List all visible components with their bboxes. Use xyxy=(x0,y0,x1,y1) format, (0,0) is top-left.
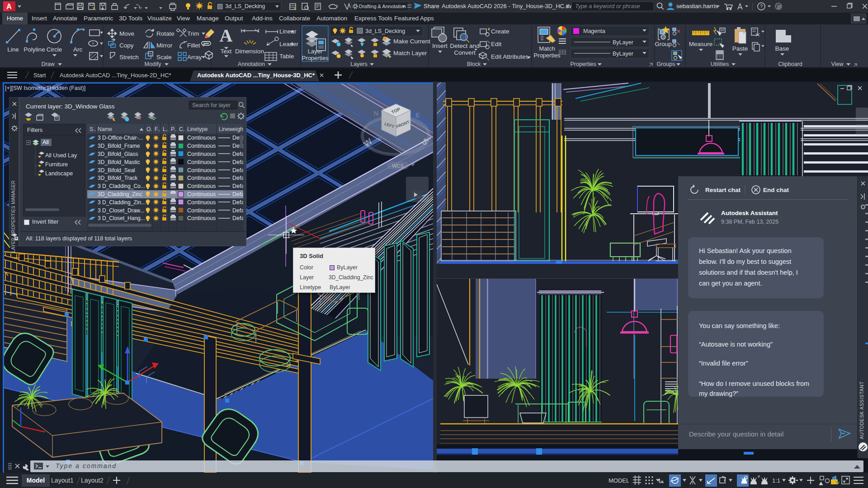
svg-text:1:1: 1:1 xyxy=(772,477,780,484)
svg-text:Table: Table xyxy=(279,53,294,60)
svg-text:Layer: Layer xyxy=(308,48,323,55)
svg-text:3 D_Closet_Draw...: 3 D_Closet_Draw... xyxy=(98,207,144,214)
svg-text:ByLayer: ByLayer xyxy=(613,51,633,57)
svg-text:Share: Share xyxy=(424,3,439,9)
svg-text:Continuous: Continuous xyxy=(187,215,216,221)
svg-text:3D_Bifold_Mastic: 3D_Bifold_Mastic xyxy=(98,159,140,165)
svg-text:Move: Move xyxy=(119,30,134,37)
svg-text:Match: Match xyxy=(539,45,555,52)
svg-text:Layout1: Layout1 xyxy=(51,477,74,484)
svg-text:Mirror: Mirror xyxy=(156,42,173,49)
svg-text:Modify: Modify xyxy=(145,61,162,67)
svg-text:P..: P.. xyxy=(171,126,177,132)
svg-text:Scale: Scale xyxy=(156,54,172,61)
svg-text:Clipboard: Clipboard xyxy=(778,61,802,67)
svg-text:Fillet: Fillet xyxy=(187,42,200,49)
svg-text:Autodesk AutoCAD ...Tiny_House: Autodesk AutoCAD ...Tiny_House-2D_HC* xyxy=(60,72,171,79)
svg-text:N: N xyxy=(374,109,379,117)
svg-text:3D_Bifold_Seal: 3D_Bifold_Seal xyxy=(98,167,135,174)
svg-text:Rotate: Rotate xyxy=(156,30,175,37)
svg-text:L..: L.. xyxy=(163,126,169,132)
svg-text:Make Current: Make Current xyxy=(393,38,430,45)
svg-text:Paste: Paste xyxy=(732,45,748,52)
svg-text:Dimension: Dimension xyxy=(235,48,264,55)
svg-text:Annotation: Annotation xyxy=(238,61,265,67)
svg-text:Defa.: Defa. xyxy=(232,191,243,197)
svg-text:Group: Group xyxy=(655,41,672,47)
svg-text:3D_Bifold_Track: 3D_Bifold_Track xyxy=(98,175,138,181)
svg-text:Convert: Convert xyxy=(454,49,476,56)
svg-text:Circle: Circle xyxy=(47,46,62,53)
svg-text:3 D_Closet_Hang...: 3 D_Closet_Hang... xyxy=(98,215,145,221)
svg-text:Properties: Properties xyxy=(533,52,561,59)
svg-text:Text: Text xyxy=(221,48,232,55)
svg-text:Leader: Leader xyxy=(279,41,299,47)
svg-text:Layers: Layers xyxy=(350,61,368,67)
svg-text:ByLayer: ByLayer xyxy=(613,39,633,46)
svg-text:3 D-Office-Chair-...: 3 D-Office-Chair-... xyxy=(98,135,143,141)
svg-text:Magenta: Magenta xyxy=(583,28,605,34)
svg-text:Layout2: Layout2 xyxy=(81,477,104,484)
svg-text:Continuous: Continuous xyxy=(187,207,216,214)
svg-text:3D_Bifold_Glass: 3D_Bifold_Glass xyxy=(98,151,138,157)
svg-text:Defa.: Defa. xyxy=(232,215,243,221)
svg-text:Arc: Arc xyxy=(73,46,83,53)
svg-text:Block: Block xyxy=(467,61,481,67)
svg-text:Defa.: Defa. xyxy=(232,151,243,157)
svg-text:Continuous: Continuous xyxy=(187,191,216,197)
svg-text:Insert: Insert xyxy=(432,42,448,49)
svg-text:Draw: Draw xyxy=(41,61,55,67)
svg-text:Trim: Trim xyxy=(187,30,199,37)
svg-text:A: A xyxy=(6,3,12,10)
svg-text:Restart chat: Restart chat xyxy=(705,187,741,193)
svg-text:Continuous: Continuous xyxy=(187,135,216,141)
svg-text:3d_LS_Decking: 3d_LS_Decking xyxy=(225,3,265,9)
svg-text:Continuous: Continuous xyxy=(187,183,216,189)
svg-text:Match Layer: Match Layer xyxy=(393,50,427,56)
svg-text:Continuous: Continuous xyxy=(187,143,216,149)
svg-text:Defa.: Defa. xyxy=(232,199,243,206)
svg-text:Linetype: Linetype xyxy=(187,126,208,132)
svg-text:Measure: Measure xyxy=(689,41,713,47)
svg-text:All: All xyxy=(42,139,49,145)
svg-text:sebastian.harris: sebastian.harris xyxy=(676,3,718,9)
svg-text:Detect and: Detect and xyxy=(450,42,479,49)
svg-text:Properties: Properties xyxy=(302,55,329,61)
svg-text:3D_Bifold_Frame: 3D_Bifold_Frame xyxy=(98,143,140,149)
svg-text:A: A xyxy=(220,25,233,46)
svg-text:Stretch: Stretch xyxy=(119,54,139,61)
svg-text:Autodesk AutoCAD ...Tiny_House: Autodesk AutoCAD ...Tiny_House-3D_HC* xyxy=(197,72,315,79)
svg-text:View: View xyxy=(831,61,844,67)
svg-text:Base: Base xyxy=(775,45,789,52)
svg-text:Model: Model xyxy=(27,477,45,484)
svg-text:3 D_Cladding_Zin...: 3 D_Cladding_Zin... xyxy=(98,199,146,206)
svg-text:Lineweigh: Lineweigh xyxy=(219,126,243,132)
svg-text:MODEL: MODEL xyxy=(609,477,629,484)
svg-text:WCS: WCS xyxy=(392,163,404,169)
svg-text:3D_Cladding_Zinc: 3D_Cladding_Zinc xyxy=(98,191,142,197)
svg-text:Continuous: Continuous xyxy=(187,151,216,157)
svg-text:Array: Array xyxy=(187,54,202,61)
svg-text:All Used Lay: All Used Lay xyxy=(45,152,77,159)
svg-text:E: E xyxy=(415,111,420,119)
svg-text:Name: Name xyxy=(98,126,112,132)
svg-text:Polyline: Polyline xyxy=(24,46,45,53)
svg-text:Groups: Groups xyxy=(657,61,675,67)
svg-text:Autodesk AutoCAD 2026 - Tiny_H: Autodesk AutoCAD 2026 - Tiny_House-3D_HC… xyxy=(442,3,576,9)
svg-text:?: ? xyxy=(760,4,763,9)
svg-text:Defa.: Defa. xyxy=(232,167,243,174)
svg-text:Linear: Linear xyxy=(279,28,297,35)
svg-text:Continuous: Continuous xyxy=(187,199,216,206)
svg-text:End chat: End chat xyxy=(763,187,789,193)
svg-text:Defa.: Defa. xyxy=(232,207,243,214)
svg-text:3 D_Cladding_Co...: 3 D_Cladding_Co... xyxy=(98,183,145,189)
svg-text:Continuous: Continuous xyxy=(187,167,216,174)
svg-text:Defa.: Defa. xyxy=(232,183,243,189)
svg-text:Copy: Copy xyxy=(119,42,134,49)
svg-text:Properties: Properties xyxy=(571,61,596,67)
svg-text:3d_LS_Decking: 3d_LS_Decking xyxy=(365,28,405,34)
svg-text:Utilities: Utilities xyxy=(711,61,729,67)
svg-text:S..: S.. xyxy=(90,126,96,132)
svg-text:Landscape: Landscape xyxy=(45,170,73,177)
svg-text:Type a keyword or phrase: Type a keyword or phrase xyxy=(575,3,640,9)
